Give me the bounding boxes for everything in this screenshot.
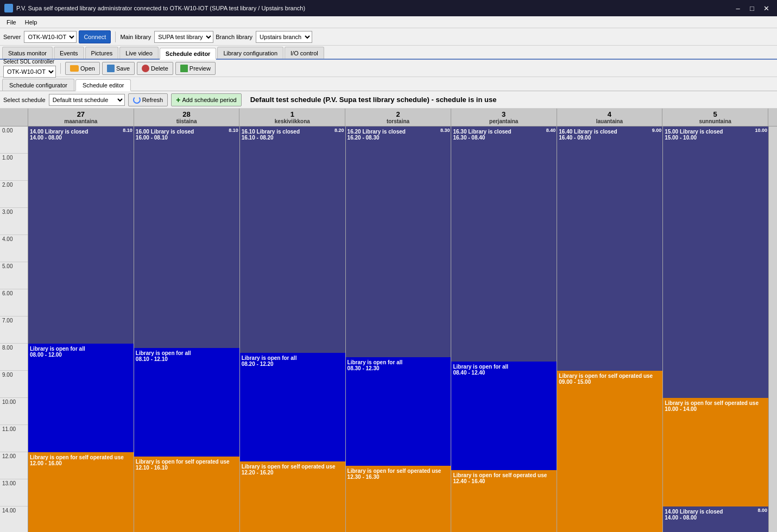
tab-events[interactable]: Events <box>54 47 84 59</box>
block-label2: 09.00 - 15.00 <box>559 379 661 385</box>
time-row-8.00: 8.00 <box>0 344 28 371</box>
schedule-block-open_self[interactable]: Library is open for self operated use12.… <box>346 466 451 532</box>
scrollbar[interactable] <box>768 126 777 532</box>
schedule-block-closed[interactable]: 8.4016.30 Library is closed16.30 - 08.40 <box>451 126 557 362</box>
main-library-label: Main library <box>120 34 151 40</box>
schedule-block-closed[interactable]: 8.3016.20 Library is closed16.20 - 08.30 <box>346 126 451 357</box>
preview-button[interactable]: Preview <box>175 62 216 75</box>
menu-help[interactable]: Help <box>21 18 42 27</box>
minimize-button[interactable]: – <box>731 3 744 14</box>
block-end-label: 8.10 <box>123 128 132 133</box>
sub-tabs: Schedule configurator Schedule editor <box>0 77 777 91</box>
day-header-lauantaina: 4lauantaina <box>557 109 663 126</box>
separator-2 <box>60 63 61 74</box>
schedule-block-open_self[interactable]: Library is open for self operated use12.… <box>134 457 239 532</box>
close-button[interactable]: ✕ <box>760 3 773 14</box>
schedule-block-closed[interactable]: 10.0015.00 Library is closed15.00 - 10.0… <box>663 126 768 398</box>
block-label1: Library is open for all <box>136 350 238 356</box>
time-column: 0.001.002.003.004.005.006.007.008.009.00… <box>0 126 28 532</box>
block-label2: 16.40 - 09.00 <box>559 135 661 141</box>
schedule-block-open_self[interactable]: Library is open for self operated use12.… <box>240 461 345 532</box>
schedule-block-open_all[interactable]: Library is open for all08.20 - 12.20 <box>240 353 345 461</box>
block-label1: 16.30 Library is closed <box>453 129 555 135</box>
server-label: Server <box>3 34 21 40</box>
block-label2: 16.00 - 08.10 <box>136 135 238 141</box>
days-grid: 8.1014.00 Library is closed14.00 - 08.00… <box>28 126 768 532</box>
schedule-bar: Select schedule Default test schedule Re… <box>0 91 777 109</box>
add-icon: + <box>176 96 180 104</box>
time-row-5.00: 5.00 <box>0 262 28 289</box>
tab-pictures[interactable]: Pictures <box>85 47 119 59</box>
time-row-0.00: 0.00 <box>0 126 28 154</box>
schedule-block-open_all[interactable]: Library is open for all08.30 - 12.30 <box>346 357 451 466</box>
main-library-dropdown[interactable]: SUPA test library <box>154 31 213 43</box>
block-label2: 08.20 - 12.20 <box>242 361 344 367</box>
schedule-block-open_self[interactable]: Library is open for self operated use09.… <box>557 371 662 532</box>
schedule-block-closed[interactable]: 9.0016.40 Library is closed16.40 - 09.00 <box>557 126 662 371</box>
sub-tab-editor[interactable]: Schedule editor <box>75 79 131 91</box>
day-header-torstaina: 2torstaina <box>345 109 451 126</box>
schedule-block-closed[interactable]: 8.0014.00 Library is closed14.00 - 08.00 <box>663 506 768 532</box>
open-button[interactable]: Open <box>65 62 100 75</box>
refresh-button[interactable]: Refresh <box>128 93 168 106</box>
maximize-button[interactable]: □ <box>746 3 759 14</box>
tab-io-control[interactable]: I/O control <box>285 47 324 59</box>
day-header-sunnuntaina: 5sunnuntaina <box>662 109 768 126</box>
schedule-block-closed[interactable]: 8.2016.10 Library is closed16.10 - 08.20 <box>240 126 345 353</box>
tab-library-configuration[interactable]: Library configuration <box>217 47 283 59</box>
menu-file[interactable]: File <box>2 18 21 27</box>
schedule-block-open_self[interactable]: Library is open for self operated use12.… <box>28 452 134 532</box>
sol-dropdown[interactable]: OTK-W10-IOT <box>3 66 56 78</box>
block-label1: 16.10 Library is closed <box>242 129 344 135</box>
block-label2: 12.10 - 16.10 <box>136 465 238 471</box>
schedule-block-open_all[interactable]: Library is open for all08.10 - 12.10 <box>134 348 239 457</box>
block-label2: 16.30 - 08.40 <box>453 135 555 141</box>
block-label1: Library is open for all <box>453 364 555 370</box>
server-dropdown[interactable]: OTK-W10-IOT <box>24 31 77 43</box>
schedule-dropdown[interactable]: Default test schedule <box>49 94 125 106</box>
block-end-label: 8.20 <box>334 128 344 133</box>
block-label2: 12.00 - 16.00 <box>30 460 132 466</box>
block-label2: 10.00 - 14.00 <box>665 406 767 412</box>
day-col-mon: 8.1014.00 Library is closed14.00 - 08.00… <box>28 126 134 532</box>
schedule-block-open_all[interactable]: Library is open for all08.40 - 12.40 <box>451 362 557 470</box>
connect-button[interactable]: Connect <box>79 30 111 43</box>
block-end-label: 10.00 <box>755 128 767 133</box>
block-label1: Library is open for all <box>348 359 450 365</box>
schedule-block-open_all[interactable]: Library is open for all08.00 - 12.00 <box>28 344 134 452</box>
schedule-block-closed[interactable]: 8.1014.00 Library is closed14.00 - 08.00 <box>28 126 134 344</box>
day-col-fri: 8.4016.30 Library is closed16.30 - 08.40… <box>451 126 557 532</box>
block-label2: 12.30 - 16.30 <box>348 474 450 480</box>
day-col-thu: 8.3016.20 Library is closed16.20 - 08.30… <box>346 126 452 532</box>
block-label1: Library is open for all <box>30 346 132 352</box>
separator-1 <box>115 31 116 42</box>
block-label1: 15.00 Library is closed <box>665 129 767 135</box>
block-label1: Library is open for self operated use <box>453 472 555 478</box>
menu-bar: File Help <box>0 16 777 28</box>
day-col-tue: 8.1016.00 Library is closed16.00 - 08.10… <box>134 126 240 532</box>
block-end-label: 8.10 <box>229 128 238 133</box>
tab-live-video[interactable]: Live video <box>119 47 159 59</box>
schedule-block-closed[interactable]: 8.1016.00 Library is closed16.00 - 08.10 <box>134 126 239 348</box>
add-period-button[interactable]: + Add schedule period <box>171 93 241 106</box>
tab-schedule-editor[interactable]: Schedule editor <box>160 48 217 60</box>
tab-status-monitor[interactable]: Status monitor <box>2 47 53 59</box>
block-label2: 15.00 - 10.00 <box>665 135 767 141</box>
select-schedule-label: Select schedule <box>3 97 46 103</box>
schedule-block-open_self[interactable]: Library is open for self operated use12.… <box>451 470 557 532</box>
delete-icon <box>142 65 149 72</box>
delete-button[interactable]: Delete <box>137 62 173 75</box>
save-button[interactable]: Save <box>102 62 135 75</box>
refresh-icon <box>133 96 141 104</box>
branch-dropdown[interactable]: Upstairs branch <box>256 31 312 43</box>
schedule-block-open_self[interactable]: Library is open for self operated use10.… <box>663 398 768 506</box>
day-header-maanantaina: 27maanantaina <box>28 109 134 126</box>
sub-tab-configurator[interactable]: Schedule configurator <box>2 79 74 91</box>
time-col-header <box>0 109 28 126</box>
calendar-body[interactable]: 0.001.002.003.004.005.006.007.008.009.00… <box>0 126 777 532</box>
block-label1: 14.00 Library is closed <box>665 509 767 515</box>
block-label2: 12.20 - 16.20 <box>242 470 344 476</box>
block-end-label: 8.00 <box>757 508 767 513</box>
block-label1: Library is open for self operated use <box>665 400 767 406</box>
block-label2: 08.00 - 12.00 <box>30 352 132 358</box>
